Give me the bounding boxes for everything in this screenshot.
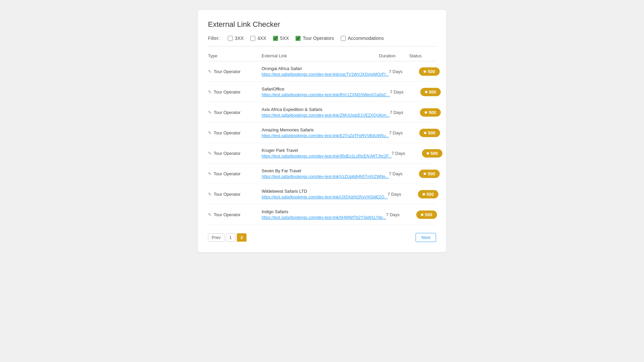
link-name: Orongai Africa Safari	[262, 66, 389, 71]
checkbox-tour-operators[interactable]	[296, 36, 301, 41]
status-badge: 500	[422, 149, 443, 158]
status-dot	[427, 152, 429, 155]
duration-cell: 7 Days	[390, 89, 420, 95]
status-dot	[423, 193, 425, 195]
link-name: Axis Africa Expedition & Safaris	[262, 107, 390, 112]
pagination-left: Prev 1 2	[208, 233, 247, 242]
pagination: Prev 1 2 Next	[208, 233, 436, 242]
status-cell: 500	[419, 170, 446, 178]
status-cell: 500	[419, 129, 446, 137]
link-cell: Wildebeest Safaris LTD https://test.safa…	[262, 189, 388, 199]
link-url[interactable]: https://test.safaribookings.com/dev-test…	[262, 113, 390, 118]
link-cell: Seven By Far Travel https://test.safarib…	[262, 168, 389, 179]
link-cell: SafariOffice https://test.safaribookings…	[262, 86, 390, 97]
filter-tour-operators-label: Tour Operators	[303, 36, 334, 41]
type-cell: ✎ Tour Operator	[208, 192, 262, 197]
col-duration: Duration	[379, 53, 409, 58]
link-name: Indigo Safaris	[262, 209, 386, 214]
filter-tour-operators[interactable]: Tour Operators	[296, 36, 334, 41]
checkbox-accommodations[interactable]	[341, 36, 346, 41]
person-icon: ✎	[208, 89, 212, 95]
filter-row: Filter: 3XX 4XX 5XX Tour Operators Accom…	[208, 36, 436, 47]
link-url[interactable]: https://test.safaribookings.com/dev-test…	[262, 215, 386, 220]
status-badge: 500	[419, 67, 440, 76]
duration-cell: 7 Days	[386, 212, 416, 217]
type-label: Tour Operator	[214, 69, 240, 74]
filter-4xx[interactable]: 4XX	[250, 36, 266, 41]
page-title: External Link Checker	[208, 20, 436, 29]
main-container: External Link Checker Filter: 3XX 4XX 5X…	[198, 10, 446, 252]
type-label: Tour Operator	[214, 171, 240, 176]
person-icon: ✎	[208, 171, 212, 176]
person-icon: ✎	[208, 192, 212, 197]
link-url[interactable]: https://test.safaribookings.com/dev-test…	[262, 174, 389, 179]
type-cell: ✎ Tour Operator	[208, 151, 262, 156]
link-cell: Orongai Africa Safari https://test.safar…	[262, 66, 389, 77]
status-dot	[424, 70, 426, 73]
link-cell: Indigo Safaris https://test.safaribookin…	[262, 209, 386, 220]
prev-button[interactable]: Prev	[208, 233, 224, 242]
table-row: ✎ Tour Operator SafariOffice https://tes…	[208, 82, 436, 102]
filter-accommodations[interactable]: Accommodations	[341, 36, 384, 41]
type-label: Tour Operator	[214, 110, 240, 115]
duration-cell: 7 Days	[389, 69, 419, 74]
person-icon: ✎	[208, 110, 212, 115]
status-badge: 500	[416, 210, 437, 219]
type-cell: ✎ Tour Operator	[208, 171, 262, 176]
type-cell: ✎ Tour Operator	[208, 89, 262, 95]
filter-3xx-label: 3XX	[235, 36, 244, 41]
page-2-button[interactable]: 2	[237, 233, 247, 242]
table-row: ✎ Tour Operator Amazing Memories Safaris…	[208, 123, 436, 143]
filter-5xx[interactable]: 5XX	[273, 36, 289, 41]
table-row: ✎ Tour Operator Indigo Safaris https://t…	[208, 204, 436, 225]
table-row: ✎ Tour Operator Wildebeest Safaris LTD h…	[208, 184, 436, 204]
link-name: SafariOffice	[262, 86, 390, 92]
link-url[interactable]: https://test.safaribookings.com/dev-test…	[262, 93, 390, 97]
status-cell: 500	[420, 108, 447, 117]
status-dot	[421, 214, 423, 216]
type-label: Tour Operator	[214, 151, 240, 156]
status-badge: 500	[419, 170, 440, 178]
col-status: Status	[409, 53, 436, 58]
link-cell: Axis Africa Expedition & Safaris https:/…	[262, 107, 390, 118]
checkbox-4xx[interactable]	[250, 36, 255, 41]
status-cell: 500	[419, 67, 446, 76]
type-cell: ✎ Tour Operator	[208, 130, 262, 135]
person-icon: ✎	[208, 130, 212, 135]
link-name: Kruger Park Travel	[262, 148, 392, 153]
status-dot	[425, 111, 427, 114]
col-type: Type	[208, 53, 262, 58]
person-icon: ✎	[208, 212, 212, 217]
type-label: Tour Operator	[214, 192, 240, 197]
duration-cell: 7 Days	[390, 110, 420, 115]
filter-5xx-label: 5XX	[280, 36, 289, 41]
link-url[interactable]: https://test.safaribookings.com/dev-test…	[262, 133, 389, 138]
person-icon: ✎	[208, 69, 212, 74]
duration-cell: 7 Days	[388, 192, 418, 197]
duration-cell: 7 Days	[392, 151, 422, 156]
link-url[interactable]: https://test.safaribookings.com/dev-test…	[262, 72, 389, 77]
filter-3xx[interactable]: 3XX	[228, 36, 244, 41]
checkbox-5xx[interactable]	[273, 36, 278, 41]
type-label: Tour Operator	[214, 212, 240, 217]
status-badge: 500	[418, 190, 439, 198]
table-row: ✎ Tour Operator Kruger Park Travel https…	[208, 143, 436, 164]
status-badge: 500	[420, 88, 441, 96]
link-url[interactable]: https://test.safaribookings.com/dev-test…	[262, 154, 392, 159]
next-button[interactable]: Next	[416, 233, 436, 242]
duration-cell: 7 Days	[389, 171, 419, 176]
status-cell: 500	[422, 149, 449, 158]
table-body: ✎ Tour Operator Orongai Africa Safari ht…	[208, 61, 436, 225]
checkbox-3xx[interactable]	[228, 36, 233, 41]
type-cell: ✎ Tour Operator	[208, 212, 262, 217]
type-cell: ✎ Tour Operator	[208, 110, 262, 115]
status-dot	[424, 132, 426, 134]
type-label: Tour Operator	[214, 89, 240, 95]
filter-label: Filter:	[208, 36, 220, 41]
duration-cell: 7 Days	[389, 130, 419, 135]
link-url[interactable]: https://test.safaribookings.com/dev-test…	[262, 195, 388, 199]
page-1-button[interactable]: 1	[226, 233, 235, 242]
status-badge: 500	[419, 129, 440, 137]
table-row: ✎ Tour Operator Axis Africa Expedition &…	[208, 102, 436, 123]
link-cell: Kruger Park Travel https://test.safaribo…	[262, 148, 392, 159]
